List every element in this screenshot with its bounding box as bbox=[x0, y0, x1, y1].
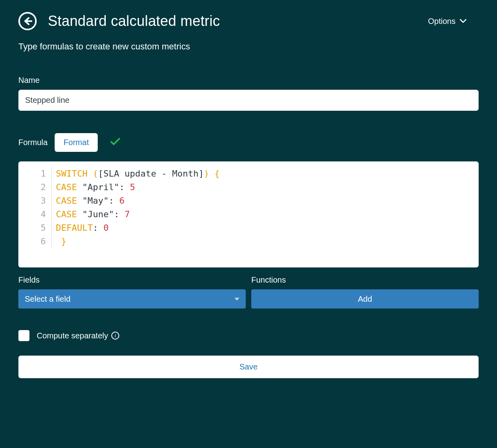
fields-select[interactable]: Select a field bbox=[18, 289, 246, 308]
code-content: DEFAULT: 0 bbox=[52, 221, 108, 235]
info-icon[interactable]: i bbox=[111, 332, 119, 340]
code-line: 4CASE "June": 7 bbox=[18, 208, 479, 221]
chevron-down-icon bbox=[460, 19, 467, 24]
code-line: 1SWITCH ([SLA update - Month]) { bbox=[18, 167, 479, 181]
fields-label: Fields bbox=[18, 275, 246, 285]
options-dropdown[interactable]: Options bbox=[428, 17, 479, 26]
caret-down-icon bbox=[235, 298, 239, 301]
line-number: 6 bbox=[18, 235, 52, 248]
name-label: Name bbox=[18, 76, 479, 85]
code-content: CASE "May": 6 bbox=[52, 194, 124, 208]
functions-label: Functions bbox=[251, 275, 479, 285]
compute-separately-label: Compute separately bbox=[37, 331, 108, 340]
arrow-left-icon bbox=[23, 16, 32, 26]
formula-label: Formula bbox=[18, 138, 47, 147]
back-button[interactable] bbox=[18, 12, 37, 30]
code-content: CASE "April": 5 bbox=[52, 181, 135, 194]
line-number: 4 bbox=[18, 208, 52, 221]
formula-editor[interactable]: 1SWITCH ([SLA update - Month]) {2CASE "A… bbox=[18, 161, 479, 267]
line-number: 5 bbox=[18, 221, 52, 235]
format-button[interactable]: Format bbox=[55, 133, 97, 152]
fields-select-placeholder: Select a field bbox=[25, 295, 71, 304]
code-content: SWITCH ([SLA update - Month]) { bbox=[52, 167, 220, 181]
line-number: 3 bbox=[18, 194, 52, 208]
save-button[interactable]: Save bbox=[18, 356, 479, 378]
code-line: 6 } bbox=[18, 235, 479, 248]
options-label: Options bbox=[428, 17, 456, 26]
valid-check-icon bbox=[110, 137, 120, 148]
code-line: 5DEFAULT: 0 bbox=[18, 221, 479, 235]
line-number: 1 bbox=[18, 167, 52, 181]
code-content: CASE "June": 7 bbox=[52, 208, 130, 221]
name-input[interactable] bbox=[18, 90, 479, 111]
code-content: } bbox=[52, 235, 67, 248]
page-title: Standard calculated metric bbox=[48, 13, 220, 29]
code-line: 2CASE "April": 5 bbox=[18, 181, 479, 194]
compute-separately-checkbox[interactable] bbox=[18, 330, 30, 341]
functions-add-button[interactable]: Add bbox=[251, 289, 479, 308]
code-line: 3CASE "May": 6 bbox=[18, 194, 479, 208]
line-number: 2 bbox=[18, 181, 52, 194]
page-subtitle: Type formulas to create new custom metri… bbox=[18, 41, 479, 52]
